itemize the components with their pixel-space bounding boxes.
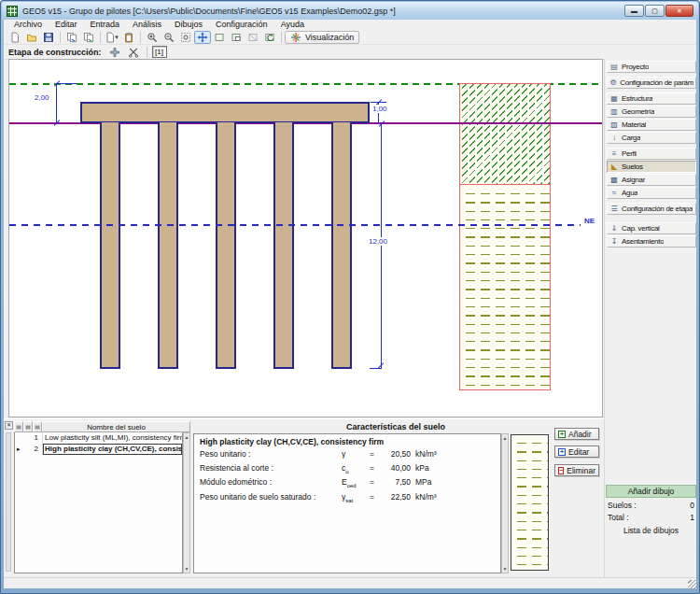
table-tool-icon-2[interactable]: ▤ bbox=[23, 421, 33, 432]
sidebar-item-label: Suelos bbox=[622, 163, 643, 171]
soil-table-header: ▤ ▤ ▤ Nombre del suelo bbox=[14, 421, 190, 432]
scroll-up-icon[interactable]: ▲ bbox=[502, 435, 508, 441]
edit-soil-button[interactable]: +Editar bbox=[554, 446, 599, 458]
copy-picture-button[interactable] bbox=[63, 31, 80, 44]
soil-property-row: Módulo edométrico : Eoed = 7,50 MPa bbox=[200, 477, 495, 491]
stage-1-button[interactable]: [1] bbox=[152, 46, 167, 58]
equals-sign: = bbox=[370, 449, 381, 463]
copy-dropdown-button[interactable]: ▼ bbox=[104, 31, 120, 44]
property-label: Peso unitario : bbox=[200, 449, 342, 463]
property-label: Módulo edométrico : bbox=[200, 477, 342, 491]
add-stage-icon bbox=[109, 47, 120, 58]
window-title: GEO5 v15 - Grupo de pilotes [C:\Users\Pu… bbox=[22, 7, 620, 16]
main-toolbar: ▼ Visualización bbox=[4, 30, 696, 45]
soil-detail-scrollbar[interactable]: ▲ ▼ bbox=[501, 433, 509, 573]
water-table-line bbox=[9, 224, 581, 226]
resize-grip-icon[interactable] bbox=[688, 580, 696, 588]
soil-property-row: Peso unitario de suelo saturado : γsat =… bbox=[200, 492, 495, 506]
menu-item[interactable]: Entrada bbox=[84, 20, 127, 30]
sidebar-item[interactable]: ▥ Geometría bbox=[607, 106, 696, 118]
zoom-out-button[interactable] bbox=[161, 31, 177, 44]
menu-item[interactable]: Editar bbox=[49, 20, 84, 30]
delete-icon: − bbox=[558, 467, 564, 474]
view-frame-save-button[interactable] bbox=[228, 31, 245, 44]
sidebar-item-label: Proyecto bbox=[622, 63, 649, 71]
zoom-in-button[interactable] bbox=[144, 31, 161, 44]
add-drawing-button[interactable]: Añadir dibujo bbox=[606, 485, 696, 498]
sidebar-item[interactable]: ▤ Proyecto bbox=[607, 61, 696, 73]
view-frame-off-button[interactable] bbox=[245, 31, 261, 44]
soil-row-name: Low plasticity silt (ML,MI), consistency… bbox=[43, 432, 182, 444]
sidebar-item[interactable]: ▨ Material bbox=[607, 119, 696, 131]
stage-label: Etapa de construcción: bbox=[8, 48, 102, 57]
sidebar-item[interactable]: ⚙ Configuración de parámetros bbox=[607, 77, 696, 89]
menu-item[interactable]: Configuración bbox=[209, 20, 274, 30]
stage-toolbar: Etapa de construcción: [1] bbox=[4, 45, 696, 60]
sidebar-item[interactable]: ↓ Carga bbox=[607, 132, 696, 144]
soil-table-scrollbar[interactable]: ▲ ▼ bbox=[183, 432, 190, 573]
sidebar-item-icon: ⇓ bbox=[609, 223, 619, 233]
sidebar-item[interactable]: ≡ Perfil bbox=[607, 148, 696, 160]
add-stage-button[interactable] bbox=[106, 46, 123, 59]
sidebar-item[interactable]: ⇓ Cap. vertical bbox=[607, 222, 696, 234]
view-frame-button[interactable] bbox=[211, 31, 228, 44]
refresh-view-button[interactable] bbox=[261, 31, 278, 44]
drawings-panel: Añadir dibujo Suelos :0 Total :1 Lista d… bbox=[606, 485, 696, 535]
save-button[interactable] bbox=[40, 31, 57, 44]
app-frame: ArchivoEditarEntradaAnálisisDibujosConfi… bbox=[4, 20, 696, 588]
drawings-list-link[interactable]: Lista de dibujos bbox=[606, 522, 696, 535]
add-soil-button[interactable]: +Añadir bbox=[554, 428, 599, 440]
table-tool-icon-1[interactable]: ▤ bbox=[14, 421, 23, 432]
pan-icon bbox=[197, 32, 208, 43]
zoom-extents-button[interactable] bbox=[177, 31, 194, 44]
sidebar-item[interactable]: ↧ Asentamiento bbox=[607, 235, 696, 248]
pile-1 bbox=[100, 122, 120, 369]
drawing-canvas[interactable]: NE 2,00 1,00 12,00 bbox=[8, 59, 603, 417]
open-file-button[interactable] bbox=[23, 31, 40, 44]
maximize-button[interactable]: ▢ bbox=[645, 5, 665, 17]
pile-cap bbox=[80, 102, 370, 123]
menu-item[interactable]: Ayuda bbox=[274, 20, 311, 30]
property-unit: kPa bbox=[411, 463, 429, 477]
new-file-icon bbox=[9, 32, 21, 43]
soil-table-row[interactable]: 1 Low plasticity silt (ML,MI), consisten… bbox=[15, 432, 182, 444]
scroll-down-icon[interactable]: ▼ bbox=[502, 566, 508, 572]
visualization-button[interactable]: Visualización bbox=[285, 31, 359, 44]
menu-item[interactable]: Archivo bbox=[7, 20, 49, 30]
soil-layer-2-hatch bbox=[460, 186, 550, 389]
close-button[interactable]: ✕ bbox=[665, 5, 693, 17]
menu-item[interactable]: Análisis bbox=[126, 20, 168, 30]
table-tool-icon-3[interactable]: ▤ bbox=[33, 421, 42, 432]
sidebar-item[interactable]: ≈ Agua bbox=[607, 187, 696, 199]
soil-table-body: 1 Low plasticity silt (ML,MI), consisten… bbox=[14, 432, 183, 573]
soils-count-label: Suelos : bbox=[608, 501, 637, 510]
new-file-button[interactable] bbox=[7, 31, 23, 44]
pan-tool-button[interactable] bbox=[194, 31, 211, 44]
sidebar-item-icon: ☰ bbox=[609, 204, 619, 214]
sidebar-item-icon: ↧ bbox=[609, 236, 619, 247]
sidebar-item[interactable]: ▩ Asignar bbox=[607, 174, 696, 186]
delete-soil-button[interactable]: −Eliminar bbox=[554, 464, 599, 476]
minimize-button[interactable]: ▬ bbox=[624, 5, 644, 17]
close-panel-button[interactable]: ✕ bbox=[5, 421, 13, 430]
property-label: Peso unitario de suelo saturado : bbox=[200, 492, 342, 506]
sidebar-item[interactable]: ◣ Suelos bbox=[607, 161, 696, 173]
open-folder-icon bbox=[26, 32, 37, 43]
property-value: 22,50 bbox=[381, 492, 411, 506]
paste-button[interactable] bbox=[120, 31, 137, 44]
remove-stage-button[interactable] bbox=[125, 46, 142, 59]
soil-name-column-header: Nombre del suelo bbox=[42, 421, 190, 432]
soil-table-row[interactable]: 2 High plasticity clay (CH,CV,CE), consi… bbox=[15, 444, 182, 455]
sidebar-item-icon: ▦ bbox=[609, 93, 619, 104]
dim-pile-label: 12,00 bbox=[368, 237, 388, 246]
copy-view-button[interactable] bbox=[80, 31, 97, 44]
sidebar-item-label: Asentamiento bbox=[622, 237, 664, 246]
sidebar-item-icon: ▥ bbox=[609, 106, 619, 117]
equals-sign: = bbox=[370, 463, 381, 477]
app-icon bbox=[7, 6, 18, 17]
sidebar-item[interactable]: ☰ Configuración de etapa bbox=[607, 203, 696, 215]
scroll-up-icon[interactable]: ▲ bbox=[184, 434, 189, 440]
scroll-down-icon[interactable]: ▼ bbox=[184, 566, 189, 572]
menu-item[interactable]: Dibujos bbox=[168, 20, 209, 30]
sidebar-item[interactable]: ▦ Estructura bbox=[607, 92, 696, 105]
